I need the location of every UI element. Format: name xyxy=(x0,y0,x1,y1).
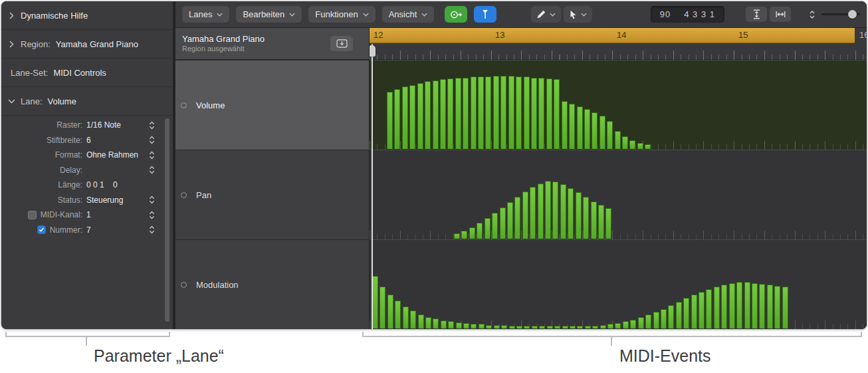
sidebar-item-lane-set[interactable]: Lane-Set: MIDI Controls xyxy=(1,59,173,87)
catch-playhead-button[interactable] xyxy=(474,6,496,23)
chevron-right-icon[interactable] xyxy=(8,41,15,48)
midi-event-bar[interactable] xyxy=(477,223,483,239)
playhead-line[interactable] xyxy=(372,44,373,329)
sidebar-scrollbar[interactable] xyxy=(165,118,169,322)
midi-event-bar[interactable] xyxy=(547,326,553,328)
midi-event-bar[interactable] xyxy=(782,287,788,328)
midi-event-bar[interactable] xyxy=(676,302,682,328)
midi-event-bar[interactable] xyxy=(585,326,591,328)
stepper-icon[interactable] xyxy=(148,210,156,220)
chevron-down-icon[interactable] xyxy=(8,99,15,104)
midi-event-bar[interactable] xyxy=(522,191,528,239)
stepper-icon[interactable] xyxy=(148,150,156,160)
midi-event-bar[interactable] xyxy=(714,287,720,328)
midi-event-bar[interactable] xyxy=(552,182,558,239)
midi-event-bar[interactable] xyxy=(699,292,705,328)
midi-event-bar[interactable] xyxy=(538,78,544,149)
zoom-vertical-button[interactable] xyxy=(746,7,767,22)
parameter-value[interactable]: Ohne Rahmen xyxy=(82,150,148,160)
parameter-value[interactable]: 1/16 Note xyxy=(82,120,148,130)
midi-in-button[interactable] xyxy=(330,36,353,51)
midi-event-bar[interactable] xyxy=(524,326,530,328)
zoom-slider-knob[interactable] xyxy=(848,10,857,19)
parameter-checkbox[interactable] xyxy=(28,211,37,219)
pencil-tool-button[interactable] xyxy=(531,6,561,23)
parameter-checkbox[interactable] xyxy=(37,225,46,234)
parameter-row[interactable]: Status:Steuerung xyxy=(1,193,173,208)
midi-event-bar[interactable] xyxy=(774,286,780,328)
midi-event-bar[interactable] xyxy=(456,322,462,328)
midi-event-bar[interactable] xyxy=(583,197,589,239)
midi-event-bar[interactable] xyxy=(485,76,491,149)
midi-event-bar[interactable] xyxy=(638,317,644,328)
midi-event-bar[interactable] xyxy=(387,92,393,149)
midi-event-bar[interactable] xyxy=(394,89,400,149)
lane-events-modulation[interactable] xyxy=(370,239,867,329)
midi-event-bar[interactable] xyxy=(507,202,513,239)
lcd-display[interactable]: 90 4 3 3 1 xyxy=(651,6,724,23)
chevron-right-icon[interactable] xyxy=(8,12,15,19)
midi-event-bar[interactable] xyxy=(425,317,431,328)
midi-event-bar[interactable] xyxy=(403,307,409,329)
midi-event-bar[interactable] xyxy=(599,116,605,149)
midi-event-bar[interactable] xyxy=(653,312,659,328)
parameter-value[interactable]: 6 xyxy=(82,136,148,145)
parameter-row[interactable]: Stiftbreite:6 xyxy=(1,133,173,148)
zoom-horizontal-button[interactable] xyxy=(770,7,791,22)
midi-event-bar[interactable] xyxy=(554,79,560,149)
midi-event-bar[interactable] xyxy=(607,324,613,328)
midi-event-bar[interactable] xyxy=(372,276,378,328)
ansicht-menu-button[interactable]: Ansicht xyxy=(382,6,435,23)
playhead-handle[interactable] xyxy=(370,45,376,57)
midi-event-bar[interactable] xyxy=(607,121,613,149)
midi-event-bar[interactable] xyxy=(410,311,416,328)
midi-event-bar[interactable] xyxy=(500,207,506,239)
zoom-slider[interactable] xyxy=(821,13,860,15)
midi-out-button[interactable] xyxy=(445,6,467,23)
funktionen-menu-button[interactable]: Funktionen xyxy=(308,6,375,23)
midi-event-bar[interactable] xyxy=(645,144,651,149)
midi-event-bar[interactable] xyxy=(492,213,498,239)
midi-event-bar[interactable] xyxy=(767,285,773,328)
midi-event-bar[interactable] xyxy=(524,76,530,149)
midi-event-bar[interactable] xyxy=(531,78,537,149)
midi-event-bar[interactable] xyxy=(463,323,469,328)
midi-event-bar[interactable] xyxy=(591,201,597,239)
lanes-menu-button[interactable]: Lanes xyxy=(182,6,229,23)
midi-event-bar[interactable] xyxy=(623,321,629,328)
midi-event-bar[interactable] xyxy=(501,325,507,328)
midi-event-bar[interactable] xyxy=(433,80,439,149)
midi-event-bar[interactable] xyxy=(545,181,551,239)
midi-event-bar[interactable] xyxy=(668,305,674,328)
midi-event-bar[interactable] xyxy=(469,227,475,239)
midi-event-bar[interactable] xyxy=(500,76,506,149)
midi-event-bar[interactable] xyxy=(615,131,621,149)
midi-event-bar[interactable] xyxy=(661,309,667,328)
stepper-icon[interactable] xyxy=(148,135,156,145)
midi-event-bar[interactable] xyxy=(691,295,697,328)
pointer-tool-button[interactable] xyxy=(564,6,592,23)
midi-event-bar[interactable] xyxy=(441,320,447,328)
parameter-row[interactable]: Länge:0 0 1 0 xyxy=(1,178,173,193)
midi-event-bar[interactable] xyxy=(471,76,477,149)
midi-event-bar[interactable] xyxy=(478,76,484,149)
stepper-icon[interactable] xyxy=(148,120,156,130)
midi-event-bar[interactable] xyxy=(508,76,514,149)
midi-event-bar[interactable] xyxy=(622,136,628,149)
midi-event-bar[interactable] xyxy=(752,283,758,328)
parameter-row[interactable]: MIDI-Kanal:1 xyxy=(1,207,173,223)
midi-event-bar[interactable] xyxy=(538,184,544,239)
stepper-icon[interactable] xyxy=(148,165,156,175)
midi-event-bar[interactable] xyxy=(433,318,439,328)
midi-event-bar[interactable] xyxy=(463,78,469,149)
midi-event-bar[interactable] xyxy=(417,83,423,149)
midi-event-bar[interactable] xyxy=(570,326,576,328)
midi-event-bar[interactable] xyxy=(605,208,611,239)
midi-event-bar[interactable] xyxy=(592,326,598,328)
stepper-icon[interactable] xyxy=(148,195,156,205)
parameter-value[interactable]: 1 xyxy=(82,210,148,219)
midi-event-bar[interactable] xyxy=(454,233,460,239)
midi-event-bar[interactable] xyxy=(516,326,522,328)
sidebar-item-lane[interactable]: Lane: Volume xyxy=(1,87,173,116)
midi-event-bar[interactable] xyxy=(486,325,492,328)
